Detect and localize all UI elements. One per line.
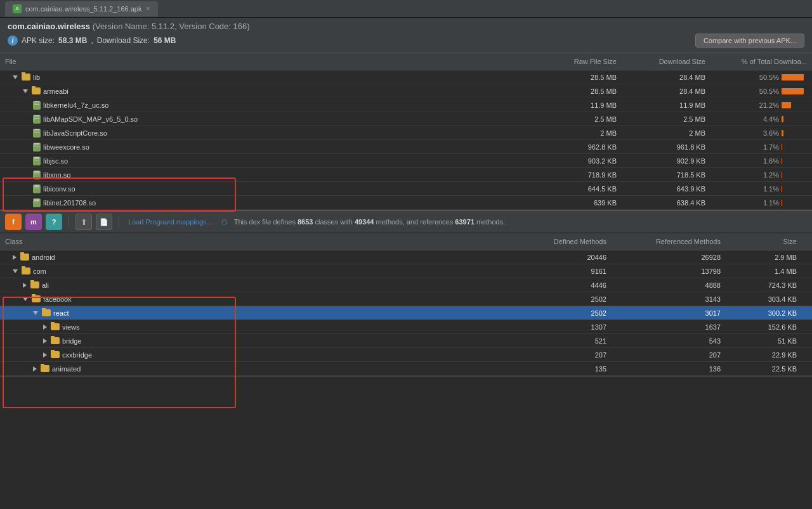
folder-open-triangle[interactable] (23, 89, 28, 93)
file-icon (33, 101, 41, 110)
size-cell: 724.3 KB (726, 280, 802, 290)
table-row[interactable]: react25023017300.2 KB (0, 306, 812, 320)
table-row[interactable]: libiconv.so644.5 KB643.9 KB1.1% (0, 182, 812, 196)
folder-icon (51, 323, 60, 330)
referenced-methods-cell: 26928 (612, 252, 726, 262)
file-name: libkernelu4_7z_uc.so (43, 101, 108, 109)
table-row[interactable]: animated13513622.5 KB (0, 362, 812, 376)
apk-tab[interactable]: A com.cainiao.wireless_5.11.2_166.apk ✕ (5, 1, 158, 16)
dl-size-cell: 2.5 MB (622, 114, 710, 124)
pct-bar-cell: 1.1% (710, 198, 812, 208)
table-row[interactable]: com9161137981.4 MB (0, 264, 812, 278)
folder-open-triangle[interactable] (23, 297, 28, 301)
class-name: cxxbridge (62, 351, 92, 359)
table-row[interactable]: libjsc.so903.2 KB902.9 KB1.6% (0, 154, 812, 168)
file-icon (33, 198, 41, 207)
raw-size-cell: 718.9 KB (533, 170, 622, 180)
folder-closed-triangle[interactable] (43, 325, 47, 330)
col-scroll (802, 236, 812, 247)
file-icon (33, 129, 41, 138)
toolbar-file-btn[interactable]: 📄 (96, 214, 112, 230)
file-name: libJavaScriptCore.so (43, 129, 107, 137)
folder-open-triangle[interactable] (13, 269, 18, 273)
file-name-cell: libxnn.so (0, 169, 533, 181)
pct-bar-cell: 50.5% (710, 72, 812, 82)
folder-closed-triangle[interactable] (43, 338, 47, 344)
referenced-methods-cell: 4888 (612, 280, 726, 290)
folder-icon (22, 74, 30, 81)
toolbar-btn-f[interactable]: f (5, 214, 22, 230)
toolbar-btn-q[interactable]: ? (46, 214, 62, 230)
load-proguard-link[interactable]: Load Proguard mappings... (128, 218, 213, 226)
pct-bar-cell: 3.6% (710, 128, 812, 138)
folder-icon (42, 309, 51, 316)
close-tab-button[interactable]: ✕ (145, 5, 150, 12)
table-row[interactable]: armeabi28.5 MB28.4 MB50.5% (0, 84, 812, 98)
raw-size-cell: 962.8 KB (533, 142, 622, 152)
table-row[interactable]: libkernelu4_7z_uc.so11.9 MB11.9 MB21.2% (0, 98, 812, 112)
table-row[interactable]: ali44464888724.3 KB (0, 278, 812, 292)
class-table-header: Class Defined Methods Referenced Methods… (0, 233, 812, 250)
table-row[interactable]: lib28.5 MB28.4 MB50.5% (0, 70, 812, 84)
folder-open-triangle[interactable] (13, 75, 18, 79)
table-row[interactable]: libAMapSDK_MAP_v6_5_0.so2.5 MB2.5 MB4.4% (0, 112, 812, 126)
class-name: ali (42, 281, 49, 289)
pct-text: 1.1% (756, 199, 779, 207)
class-table: Class Defined Methods Referenced Methods… (0, 233, 812, 377)
folder-closed-triangle[interactable] (33, 366, 37, 371)
dl-size-cell: 902.9 KB (622, 156, 710, 166)
toolbar-upload-btn[interactable]: ⬆ (75, 214, 92, 230)
file-icon (33, 143, 41, 151)
class-name: android (32, 254, 55, 261)
dex-info-text: This dex file defines 8653 classes with … (234, 218, 506, 226)
size-cell: 22.5 KB (726, 364, 802, 374)
pct-bar-cell: 1.6% (710, 156, 812, 166)
class-name: com (33, 267, 46, 275)
tab-bar: A com.cainiao.wireless_5.11.2_166.apk ✕ (0, 0, 812, 18)
table-row[interactable]: android20446269282.9 MB (0, 250, 812, 264)
table-row[interactable]: cxxbridge20720722.9 KB (0, 348, 812, 362)
file-name: libxnn.so (43, 171, 70, 179)
file-name-cell: libkernelu4_7z_uc.so (0, 100, 533, 111)
size-cell: 22.9 KB (726, 350, 802, 360)
referenced-methods-cell: 543 (612, 336, 726, 346)
compare-apk-button[interactable]: Compare with previous APK... (695, 34, 804, 48)
bar-wrap (782, 199, 807, 207)
file-section: File Raw File Size Download Size % of To… (0, 53, 812, 210)
class-section: Class Defined Methods Referenced Methods… (0, 233, 812, 377)
toolbar-divider-2 (119, 216, 119, 228)
bar-wrap (782, 115, 807, 123)
col-dl-size: Download Size (622, 56, 710, 67)
class-name: react (53, 309, 69, 317)
table-row[interactable]: libinet.201708.so639 KB638.4 KB1.1% (0, 196, 812, 210)
folder-closed-triangle[interactable] (13, 255, 16, 260)
pct-bar-cell: 50.5% (710, 86, 812, 96)
size-cell: 1.4 MB (726, 266, 802, 276)
bar-wrap (782, 185, 807, 193)
folder-open-triangle[interactable] (33, 311, 38, 315)
folder-icon (22, 267, 30, 274)
table-row[interactable]: libxnn.so718.9 KB718.5 KB1.2% (0, 168, 812, 182)
bar-wrap (782, 171, 807, 179)
bar-fill (782, 158, 782, 164)
defined-methods-cell: 2502 (510, 294, 612, 304)
table-row[interactable]: facebook25023143303.4 KB (0, 292, 812, 306)
table-row[interactable]: libweexcore.so962.8 KB961.8 KB1.7% (0, 140, 812, 154)
col-defined: Defined Methods (510, 236, 612, 247)
class-name-cell: facebook (0, 294, 510, 304)
table-row[interactable]: bridge52154351 KB (0, 334, 812, 348)
folder-icon (20, 254, 29, 261)
file-rows-container: lib28.5 MB28.4 MB50.5%armeabi28.5 MB28.4… (0, 70, 812, 210)
folder-closed-triangle[interactable] (43, 352, 47, 358)
file-icon (33, 157, 41, 165)
table-row[interactable]: libJavaScriptCore.so2 MB2 MB3.6% (0, 126, 812, 140)
class-name-cell: ali (0, 280, 510, 290)
file-name: libAMapSDK_MAP_v6_5_0.so (43, 115, 138, 123)
pct-text: 4.4% (756, 115, 779, 123)
apk-size-value: 58.3 MB (58, 36, 87, 45)
class-name-cell: com (0, 266, 510, 276)
bar-fill (782, 116, 783, 122)
toolbar-btn-m[interactable]: m (25, 214, 42, 230)
table-row[interactable]: views13071637152.6 KB (0, 320, 812, 334)
folder-closed-triangle[interactable] (23, 283, 27, 288)
